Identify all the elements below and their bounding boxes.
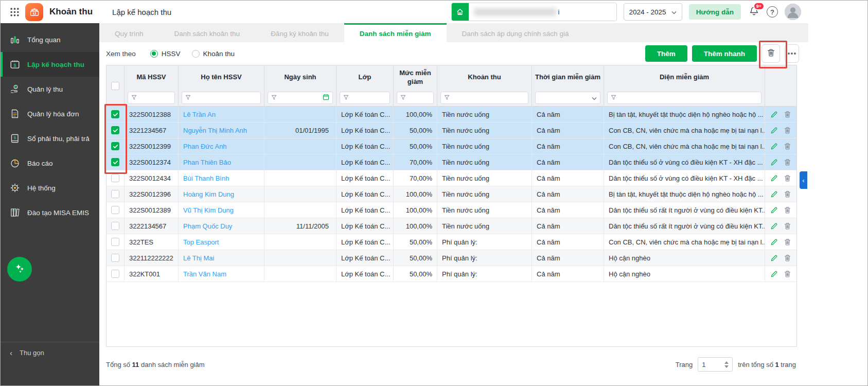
stepper-arrows-icon[interactable] (724, 361, 729, 368)
student-name-link[interactable]: Phạm Quốc Duy (183, 222, 232, 230)
khoan-thu-app-icon[interactable]: $ (25, 3, 43, 21)
delete-icon[interactable] (784, 254, 791, 262)
select-all-checkbox[interactable] (111, 82, 119, 90)
sidebar-item-dao-tao-misa-emis[interactable]: Đào tạo MISA EMIS (1, 200, 99, 225)
table-row[interactable]: 322S0012388 Lê Trần An Lớp Kế toán C... … (107, 107, 796, 122)
table-row[interactable]: 322S0012434 Bùi Thanh Bình Lớp Kế toán C… (107, 170, 796, 186)
tab-1[interactable]: Danh sách khoản thu (159, 23, 256, 42)
edit-icon[interactable] (770, 127, 778, 134)
row-checkbox[interactable] (111, 238, 119, 246)
student-name-link[interactable]: Phan Thiên Bảo (183, 159, 231, 166)
filter-lop[interactable] (340, 92, 390, 104)
notifications-button[interactable]: 9+ (748, 6, 760, 18)
row-checkbox[interactable] (111, 270, 119, 278)
student-name-link[interactable]: Vũ Thị Kim Dung (183, 206, 234, 214)
radio-option-0[interactable]: HSSV (150, 50, 181, 58)
delete-selected-button[interactable] (761, 44, 780, 63)
row-checkbox[interactable] (111, 126, 119, 134)
delete-icon[interactable] (784, 111, 791, 118)
delete-icon[interactable] (784, 222, 791, 230)
student-name-link[interactable]: Hoàng Kim Dung (183, 190, 234, 198)
row-checkbox[interactable] (111, 110, 119, 118)
row-checkbox[interactable] (111, 174, 119, 182)
radio-icon[interactable] (192, 50, 200, 58)
table-row[interactable]: 322112222222 Lê Thị Mai Lớp Kế toán C...… (107, 250, 796, 266)
help-button[interactable]: ? (767, 6, 778, 17)
student-name-link[interactable]: Bùi Thanh Bình (183, 174, 229, 182)
edit-icon[interactable] (770, 159, 778, 166)
student-name-link[interactable]: Top Easport (183, 238, 219, 246)
edit-icon[interactable] (770, 143, 778, 150)
table-row[interactable]: 322S0012389 Vũ Thị Kim Dung Lớp Kế toán … (107, 202, 796, 218)
school-year-select[interactable]: 2024 - 2025 (624, 3, 682, 21)
tab-0[interactable]: Quy trình (99, 23, 159, 42)
delete-icon[interactable] (784, 159, 791, 166)
delete-icon[interactable] (784, 206, 791, 214)
sidebar-item-tong-quan[interactable]: Tổng quan (1, 27, 99, 52)
avatar[interactable] (785, 4, 801, 20)
delete-icon[interactable] (784, 174, 791, 182)
more-options-button[interactable] (785, 44, 799, 63)
row-checkbox[interactable] (111, 254, 119, 262)
add-button[interactable]: Thêm (645, 45, 687, 62)
table-row[interactable]: 322TES Top Easport Lớp Kế toán C... 50,0… (107, 234, 796, 250)
delete-icon[interactable] (784, 143, 791, 150)
filter-dien-mien-giam[interactable] (607, 92, 761, 104)
sidebar-item-so-phai-thu-phai-tra[interactable]: $Sổ phải thu, phải trả (1, 126, 99, 151)
collapse-sidebar-button[interactable]: ‹ Thu gọn (1, 342, 99, 385)
delete-icon[interactable] (784, 238, 791, 246)
edit-icon[interactable] (770, 270, 778, 278)
table-row[interactable]: 3221234567 Nguyễn Thị Minh Anh 01/01/199… (107, 122, 796, 138)
student-name-link[interactable]: Lê Trần An (183, 111, 216, 118)
filter-ma-hssv[interactable] (128, 92, 175, 104)
radio-option-1[interactable]: Khoản thu (192, 50, 235, 58)
row-checkbox[interactable] (111, 142, 119, 150)
student-name-link[interactable]: Trần Văn Nam (183, 270, 226, 278)
student-name-link[interactable]: Nguyễn Thị Minh Anh (183, 127, 247, 134)
delete-icon[interactable] (784, 127, 791, 134)
edit-icon[interactable] (770, 206, 778, 214)
calendar-icon[interactable] (323, 93, 329, 102)
edit-icon[interactable] (770, 190, 778, 198)
filter-ho-ten[interactable] (182, 92, 261, 104)
student-name-link[interactable]: Phan Đức Anh (183, 143, 227, 150)
row-checkbox[interactable] (111, 190, 119, 198)
edit-icon[interactable] (770, 222, 778, 230)
edit-icon[interactable] (770, 238, 778, 246)
sidebar-item-lap-ke-hoach-thu[interactable]: $Lập kế hoạch thu (1, 52, 99, 77)
filter-ngay-sinh[interactable] (268, 92, 333, 104)
promo-button[interactable] (7, 257, 32, 282)
edit-icon[interactable] (770, 174, 778, 182)
filter-thoi-gian[interactable] (535, 92, 600, 104)
sidebar-item-bao-cao[interactable]: Báo cáo (1, 151, 99, 176)
sidebar-item-quan-ly-thu[interactable]: $Quản lý thu (1, 77, 99, 101)
delete-icon[interactable] (784, 190, 791, 198)
sidebar-item-quan-ly-hoa-don[interactable]: Quản lý hóa đơn (1, 101, 99, 126)
row-checkbox[interactable] (111, 222, 119, 230)
expand-right-panel-button[interactable]: ‹ (800, 171, 807, 189)
sidebar-item-he-thong[interactable]: Hệ thống (1, 176, 99, 200)
school-selector[interactable]: i (451, 3, 617, 21)
table-row[interactable]: 322S0012396 Hoàng Kim Dung Lớp Kế toán C… (107, 186, 796, 202)
table-row[interactable]: 3222134567 Phạm Quốc Duy 11/11/2005 Lớp … (107, 218, 796, 234)
edit-icon[interactable] (770, 254, 778, 262)
filter-muc-mien-giam[interactable] (397, 92, 434, 104)
app-window: $ Khoản thu Lập kế hoạch thu i 2024 - 20… (0, 0, 868, 386)
row-checkbox[interactable] (111, 206, 119, 214)
page-number-stepper[interactable]: 1 (698, 357, 733, 372)
quick-add-button[interactable]: Thêm nhanh (692, 45, 757, 62)
tab-3[interactable]: Danh sách miễn giảm (344, 23, 447, 42)
tab-2[interactable]: Đăng ký khoản thu (255, 23, 344, 42)
row-checkbox[interactable] (111, 158, 119, 166)
delete-icon[interactable] (784, 270, 791, 278)
table-row[interactable]: 322KT001 Trần Văn Nam Lớp Kế toán C... 5… (107, 266, 796, 282)
tab-4[interactable]: Danh sách áp dụng chính sách giá (447, 23, 584, 42)
edit-icon[interactable] (770, 111, 778, 118)
table-row[interactable]: 322S0012399 Phan Đức Anh Lớp Kế toán C..… (107, 138, 796, 154)
table-row[interactable]: 322S0012374 Phan Thiên Bảo Lớp Kế toán C… (107, 154, 796, 170)
app-grid-icon[interactable] (9, 6, 20, 17)
radio-icon[interactable] (150, 50, 158, 58)
filter-khoan-thu[interactable] (440, 92, 528, 104)
guide-button[interactable]: Hướng dẫn (689, 4, 741, 20)
student-name-link[interactable]: Lê Thị Mai (183, 254, 214, 262)
